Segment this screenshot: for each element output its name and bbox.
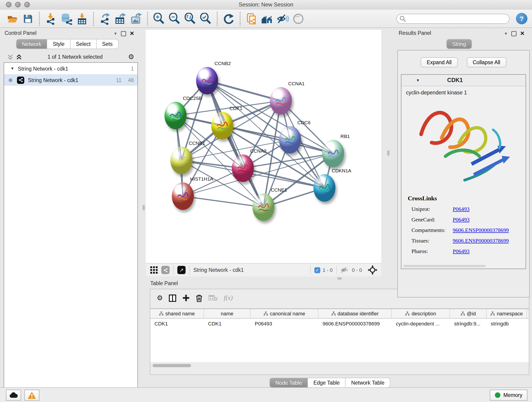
panel-menu-icon[interactable]: ▼ — [504, 32, 508, 36]
zoom-out-button[interactable] — [167, 11, 182, 26]
help-button[interactable]: ? — [516, 13, 527, 24]
import-network-file-button[interactable] — [43, 11, 59, 26]
first-neighbors-button[interactable] — [259, 11, 275, 26]
network-node-ccne1[interactable] — [253, 193, 274, 221]
network-collection-row[interactable]: ▼ String Network - cdk1 1 — [4, 63, 138, 74]
show-columns-icon[interactable] — [169, 294, 177, 302]
memory-button[interactable]: Memory — [490, 390, 527, 401]
export-table-button[interactable] — [113, 11, 128, 26]
detach-view-icon[interactable]: ↗ — [177, 266, 186, 274]
protein-structure-thumbnail — [236, 161, 250, 175]
scrollbar-thumb[interactable] — [152, 364, 191, 367]
network-edge[interactable] — [207, 81, 264, 207]
node-label-cdkn1a: CDKN1A — [332, 168, 351, 173]
network-overview-icon[interactable] — [161, 266, 170, 274]
network-node-hist1h1a[interactable] — [172, 182, 194, 210]
open-session-button[interactable] — [5, 11, 20, 26]
crosslink-pharos[interactable]: P06493 — [453, 248, 469, 255]
network-node-cdc6[interactable] — [279, 126, 301, 153]
table-cell[interactable]: CDK1 — [204, 319, 251, 328]
hide-selected-button[interactable] — [275, 11, 291, 26]
clone-network-button[interactable] — [244, 11, 259, 26]
tab-network[interactable]: Network — [16, 39, 47, 49]
crosslink-uniprot[interactable]: P06493 — [453, 206, 469, 213]
gene-section-header[interactable]: ▼ CDK1 — [401, 75, 526, 86]
tab-sets[interactable]: Sets — [96, 39, 119, 49]
table-panel-title: Table Panel — [150, 281, 178, 286]
network-node-cdk1[interactable] — [211, 112, 233, 139]
network-row[interactable]: String Network - cdk1 11 48 — [4, 74, 138, 86]
results-scrollbar-thumb[interactable] — [403, 265, 486, 267]
protein-structure-thumbnail — [274, 94, 288, 108]
panel-close-icon[interactable]: ✕ — [130, 32, 134, 36]
tab-style[interactable]: Style — [47, 39, 70, 49]
expand-all-button[interactable]: Expand All — [421, 57, 458, 67]
warnings-button[interactable] — [24, 390, 39, 401]
crosslink-row: Tissues:9606.ENSP00000378699 — [408, 237, 509, 244]
tab-network-table[interactable]: Network Table — [346, 378, 390, 388]
panel-float-icon[interactable] — [121, 31, 126, 36]
gene-disclosure-icon[interactable]: ▼ — [416, 78, 420, 82]
column-header-canonical-name[interactable]: canonical name — [251, 309, 318, 318]
crosslink-tissues[interactable]: 9606.ENSP00000378699 — [453, 237, 509, 244]
memory-status-dot-icon — [495, 392, 500, 398]
search-input[interactable] — [396, 13, 510, 24]
delete-column-trash-icon[interactable] — [196, 294, 203, 302]
create-column-plus-icon[interactable] — [183, 294, 190, 302]
node-label-ccnb1: CCNB1 — [189, 140, 205, 146]
network-node-ccnb2[interactable] — [196, 67, 218, 95]
selected-checkbox-icon[interactable]: ✓ — [314, 267, 320, 273]
zoom-in-button[interactable] — [151, 11, 167, 26]
network-node-ccna1[interactable] — [270, 87, 292, 115]
zoom-fit-button[interactable] — [182, 11, 198, 26]
table-cell[interactable]: P06493 — [251, 319, 318, 328]
crosslink-label: Pharos: — [408, 248, 453, 255]
network-name: String Network - cdk1 — [28, 77, 78, 83]
column-header-name[interactable]: name — [204, 309, 251, 318]
tab-edge-table[interactable]: Edge Table — [308, 378, 346, 388]
birds-eye-view-icon[interactable] — [150, 266, 158, 274]
refresh-view-button[interactable] — [221, 11, 236, 26]
column-header-shared-name[interactable]: shared name — [150, 309, 204, 318]
statusbar-separator — [336, 265, 337, 274]
zoom-selected-button[interactable] — [198, 11, 214, 26]
panel-close-icon[interactable]: ✕ — [520, 32, 525, 36]
network-node-rb1[interactable] — [322, 140, 344, 167]
statusbar-separator — [310, 265, 311, 274]
cloud-status-button[interactable] — [6, 390, 21, 401]
export-image-button[interactable] — [128, 11, 144, 26]
tab-select[interactable]: Select — [70, 39, 97, 49]
crosslink-genecard[interactable]: P06493 — [453, 216, 469, 223]
network-node-ccna2[interactable] — [232, 154, 254, 182]
table-cell[interactable]: 9606.ENSP00000378699 — [318, 319, 392, 328]
node-label-rb1: RB1 — [341, 133, 350, 139]
show-all-button[interactable] — [291, 11, 306, 26]
tab-string[interactable]: String — [446, 39, 472, 49]
import-table-file-button[interactable] — [74, 11, 90, 26]
right-splitter-handle[interactable] — [387, 150, 389, 156]
panel-menu-icon[interactable]: ▼ — [114, 32, 117, 36]
network-node-ccnb1[interactable] — [171, 147, 192, 174]
import-network-database-button[interactable] — [59, 11, 74, 26]
fit-selected-crosshair-icon[interactable] — [367, 265, 378, 275]
column-header-database-identifier[interactable]: database identifier — [318, 309, 392, 318]
network-edge[interactable] — [183, 196, 264, 207]
protein-structure-thumbnail — [169, 109, 182, 122]
collapse-all-button[interactable]: Collapse All — [467, 57, 506, 67]
table-cell[interactable]: CDK1 — [150, 319, 204, 328]
left-splitter-handle[interactable] — [143, 205, 145, 211]
save-session-button[interactable] — [20, 11, 36, 26]
network-node-cdc25b[interactable] — [165, 102, 186, 129]
network-node-cdkn1a[interactable] — [313, 174, 336, 202]
table-options-gear-icon[interactable]: ⚙ — [157, 294, 163, 302]
network-options-gear-icon[interactable]: ⚙ — [128, 53, 134, 61]
network-view-canvas[interactable]: CCNB2CCNA1CDC25BCDK1CDC6RB1CCNB1CCNA2CDK… — [146, 30, 381, 263]
panel-float-icon[interactable] — [511, 31, 516, 36]
export-network-button[interactable] — [97, 11, 113, 26]
crosslink-compartments[interactable]: 9606.ENSP00000378699 — [453, 227, 509, 234]
collapse-all-networks-icon[interactable] — [7, 54, 13, 60]
expand-all-networks-icon[interactable] — [16, 54, 22, 60]
table-panel-splitter-handle[interactable] — [337, 277, 342, 280]
collection-disclosure-icon[interactable]: ▼ — [11, 66, 14, 70]
tab-node-table[interactable]: Node Table — [269, 378, 308, 388]
